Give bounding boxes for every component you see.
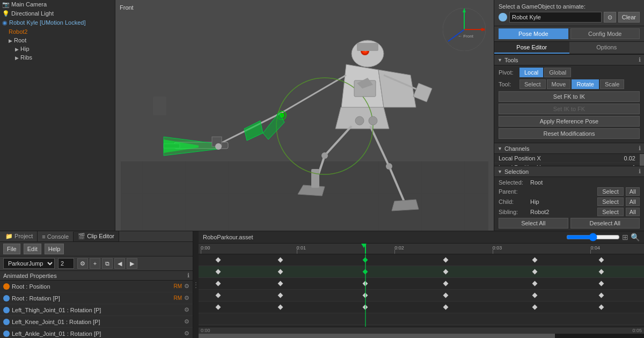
prop-gear-left-knee[interactable]: ⚙ — [184, 318, 189, 325]
deselect-all-button[interactable]: Deselect All — [570, 218, 640, 229]
sibling-select-button[interactable]: Select — [597, 208, 624, 216]
clip-selector[interactable]: ParkourJump — [3, 258, 55, 269]
keyframe-diamond[interactable] — [532, 269, 537, 275]
prop-root-position[interactable]: Root : Position RM ⚙ — [0, 281, 193, 292]
keyframe-diamond[interactable] — [216, 281, 221, 286]
prop-gear-left-ankle[interactable]: ⚙ — [184, 330, 189, 337]
clip-editor-header: File Edit Help — [0, 242, 193, 256]
keyframe-diamond[interactable] — [532, 281, 537, 286]
prev-icon[interactable]: ◀ — [114, 258, 125, 269]
tab-console[interactable]: ≡ Console — [38, 232, 74, 241]
next-icon[interactable]: ▶ — [127, 258, 137, 269]
hierarchy-item-ribs[interactable]: ▶ Ribs — [0, 53, 115, 62]
keyframe-diamond[interactable] — [443, 281, 448, 286]
svg-point-37 — [355, 116, 364, 125]
keyframe-diamond[interactable] — [532, 258, 537, 263]
tab-clip-editor[interactable]: 🎬 Clip Editor — [74, 231, 119, 241]
hierarchy-item-main-camera[interactable]: 📷 Main Camera — [0, 0, 115, 9]
select-tool-button[interactable]: Select — [519, 79, 546, 89]
keyframe-diamond[interactable] — [599, 281, 604, 286]
select-all-button[interactable]: Select All — [499, 218, 568, 229]
prop-icon-root-position — [3, 283, 10, 290]
selected-row: Selected: Root — [499, 179, 640, 186]
prop-left-knee[interactable]: Left_Knee_Joint_01 : Rotation [P] ⚙ — [0, 316, 193, 328]
parent-all-button[interactable]: All — [626, 187, 640, 196]
keyframe-diamond[interactable] — [532, 293, 537, 298]
hierarchy-item-robot-kyle[interactable]: ◉ Robot Kyle [UMotion Locked] — [0, 18, 115, 27]
clear-button[interactable]: Clear — [618, 12, 640, 23]
global-button[interactable]: Global — [544, 68, 571, 77]
hierarchy-item-root[interactable]: ▶ Root — [0, 36, 115, 45]
prop-icon-left-knee — [3, 319, 10, 325]
settings-icon[interactable]: ⚙ — [77, 258, 88, 269]
gameobject-picker-btn[interactable]: ⊙ — [604, 12, 616, 23]
prop-gear-left-thigh[interactable]: ⚙ — [184, 306, 189, 313]
keyframe-diamond[interactable] — [443, 293, 448, 298]
timeline-expand-icon[interactable]: ⊞ — [622, 233, 628, 241]
pose-editor-tab[interactable]: Pose Editor — [494, 42, 569, 54]
keyframe-diamond[interactable] — [599, 269, 604, 275]
keyframe-diamond[interactable] — [278, 269, 283, 275]
set-fk-ik-button[interactable]: Set FK to IK — [499, 91, 640, 102]
prop-left-thigh[interactable]: Left_Thigh_Joint_01 : Rotation [P] ⚙ — [0, 304, 193, 316]
prop-gear-root-rotation[interactable]: ⚙ — [184, 295, 189, 302]
console-tab-icon: ≡ — [42, 233, 45, 240]
timeline-controls: ⊞ 🔍 — [566, 233, 640, 241]
viewport[interactable]: Y X ← Front Front — [115, 0, 494, 231]
apply-reference-pose-button[interactable]: Apply Reference Pose — [499, 116, 640, 127]
clip-number-input[interactable] — [58, 258, 74, 269]
keyframe-diamond[interactable] — [216, 258, 221, 263]
tab-project[interactable]: 📁 Project — [1, 231, 38, 241]
set-ik-fk-button[interactable]: Set IK to FK — [499, 104, 640, 114]
keyframe-diamond[interactable] — [216, 305, 221, 310]
file-menu-button[interactable]: File — [3, 244, 20, 254]
keyframe-diamond[interactable] — [599, 305, 604, 310]
timeline-ruler[interactable]: 0:00 0:01 0:02 0:03 0:04 — [199, 244, 644, 254]
copy-icon[interactable]: ⧉ — [102, 258, 113, 269]
channels-scrollbar-thumb[interactable] — [640, 154, 644, 166]
edit-menu-button[interactable]: Edit — [24, 244, 41, 254]
gameobject-input[interactable] — [509, 12, 602, 23]
scale-tool-button[interactable]: Scale — [600, 79, 625, 89]
sibling-all-button[interactable]: All — [626, 208, 640, 216]
svg-point-24 — [321, 152, 328, 159]
keyframe-diamond[interactable] — [443, 305, 448, 310]
keyframe-diamond[interactable] — [599, 293, 604, 298]
hierarchy-item-directional-light[interactable]: 💡 Directional Light — [0, 9, 115, 18]
parent-row: Parent: Select All — [499, 187, 640, 196]
keyframe-diamond[interactable] — [599, 258, 604, 263]
move-tool-button[interactable]: Move — [547, 79, 571, 89]
prop-left-ankle[interactable]: Left_Ankle_Joint_01 : Rotation [P] ⚙ — [0, 328, 193, 338]
keyframe-diamond[interactable] — [278, 305, 283, 310]
options-tab[interactable]: Options — [569, 42, 645, 54]
add-icon[interactable]: + — [90, 258, 100, 269]
keyframe-diamond[interactable] — [278, 293, 283, 298]
rotate-tool-button[interactable]: Rotate — [572, 79, 598, 89]
timeline-scrollbar[interactable] — [199, 334, 644, 338]
keyframe-diamond[interactable] — [216, 293, 221, 298]
keyframe-diamond[interactable] — [532, 305, 537, 310]
help-menu-button[interactable]: Help — [45, 244, 64, 254]
child-all-button[interactable]: All — [626, 197, 640, 206]
local-button[interactable]: Local — [519, 68, 543, 77]
prop-root-rotation[interactable]: Root : Rotation [P] RM ⚙ — [0, 292, 193, 304]
reset-modifications-button[interactable]: Reset Modifications — [499, 128, 640, 139]
timeline-scrollbar-thumb[interactable] — [199, 334, 555, 338]
timeline-search-icon[interactable]: 🔍 — [631, 233, 640, 241]
keyframe-diamond[interactable] — [216, 269, 221, 275]
hierarchy-item-robot2[interactable]: Robot2 — [0, 27, 115, 36]
config-mode-button[interactable]: Config Mode — [570, 28, 640, 39]
channels-scrollbar[interactable] — [640, 154, 644, 166]
parent-select-button[interactable]: Select — [597, 187, 624, 196]
resize-handle[interactable]: ⋮ — [193, 231, 199, 338]
prop-gear-icon[interactable]: ⚙ — [184, 283, 189, 290]
hierarchy-item-hip[interactable]: ▶ Hip — [0, 45, 115, 53]
child-select-button[interactable]: Select — [597, 197, 624, 206]
keyframe-diamond[interactable] — [443, 258, 448, 263]
timeline-zoom-slider[interactable] — [566, 233, 620, 241]
pose-mode-button[interactable]: Pose Mode — [499, 28, 568, 39]
keyframe-diamond[interactable] — [278, 281, 283, 286]
project-tab-icon: 📁 — [5, 233, 13, 239]
keyframe-diamond[interactable] — [443, 269, 448, 275]
keyframe-diamond[interactable] — [278, 258, 283, 263]
